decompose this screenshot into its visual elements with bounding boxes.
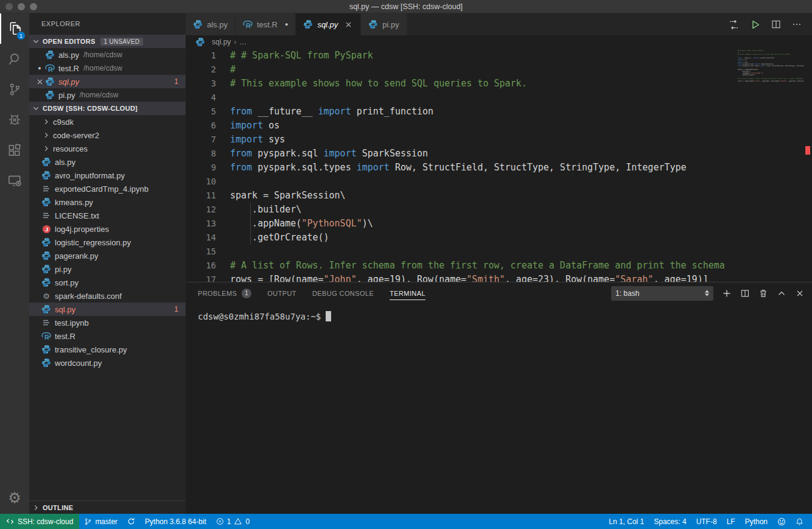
indentation-item[interactable]: Spaces: 4: [649, 514, 691, 529]
error-circle-icon: [216, 517, 224, 525]
tree-item-pagerank.py[interactable]: pagerank.py: [29, 249, 186, 262]
activity-explorer-icon[interactable]: 1: [0, 13, 29, 44]
line-number: 4: [186, 91, 216, 105]
python-interpreter-item[interactable]: Python 3.6.8 64-bit: [140, 514, 211, 529]
open-editor-sql.py[interactable]: sql.py1: [29, 75, 186, 88]
git-branch-item[interactable]: master: [79, 514, 122, 529]
open-editor-pi.py[interactable]: pi.py/home/cdsw: [29, 88, 186, 102]
open-editor-test.R[interactable]: ●Rtest.R/home/cdsw: [29, 61, 186, 75]
tree-item-sql.py[interactable]: sql.py1: [29, 303, 186, 316]
tab-sql.py[interactable]: sql.py: [296, 13, 361, 35]
breadcrumb[interactable]: sql.py › …: [186, 35, 812, 49]
new-terminal-icon[interactable]: [722, 289, 732, 298]
file-name: kmeans.py: [55, 198, 93, 207]
run-python-file-icon[interactable]: [749, 19, 761, 30]
feedback-smiley-icon[interactable]: [772, 514, 791, 529]
python-file-icon: [195, 37, 205, 47]
tab-pi.py[interactable]: pi.py: [361, 13, 407, 35]
language-mode-item[interactable]: Python: [740, 514, 772, 529]
tree-item-log4j.properties[interactable]: Jlog4j.properties: [29, 222, 186, 236]
minimap[interactable]: # # Spark-SQL from PySpark## This exampl…: [738, 50, 803, 82]
tab-als.py[interactable]: als.py: [186, 13, 236, 35]
file-name: avro_inputformat.py: [55, 171, 125, 180]
panel-tab-problems[interactable]: PROBLEMS1: [198, 282, 251, 304]
activity-extensions-icon[interactable]: [0, 135, 29, 166]
line-number: 1: [186, 49, 216, 63]
open-editors-header[interactable]: OPEN EDITORS 1 UNSAVED: [29, 35, 186, 48]
settings-gear-icon[interactable]: ⚙: [8, 491, 21, 505]
notifications-bell-icon[interactable]: [791, 514, 808, 529]
tree-item-pi.py[interactable]: pi.py: [29, 262, 186, 276]
terminal-select[interactable]: 1: bash: [611, 286, 713, 301]
code-line-5: 5from __future__ import print_function: [186, 105, 812, 119]
cursor-position-item[interactable]: Ln 1, Col 1: [604, 514, 649, 529]
activity-debug-icon[interactable]: [0, 105, 29, 135]
overview-ruler[interactable]: [803, 49, 812, 282]
panel-tab-output[interactable]: OUTPUT: [267, 282, 296, 304]
tree-item-spark-defaults.conf[interactable]: ⚙spark-defaults.conf: [29, 289, 186, 303]
tree-item-kmeans.py[interactable]: kmeans.py: [29, 195, 186, 209]
kill-terminal-icon[interactable]: [758, 289, 768, 298]
tree-item-test.ipynb[interactable]: test.ipynb: [29, 316, 186, 329]
tree-item-code-server2[interactable]: code-server2: [29, 128, 186, 142]
branch-label: master: [95, 517, 117, 526]
folder-section-header[interactable]: CDSW [SSH: CDSW-CLOUD]: [29, 102, 186, 115]
outline-section-header[interactable]: OUTLINE: [29, 500, 186, 514]
tree-item-test.R[interactable]: Rtest.R: [29, 329, 186, 343]
svg-text:R: R: [246, 22, 251, 29]
outline-label: OUTLINE: [43, 504, 73, 511]
terminal[interactable]: cdsw@s0zmhi87fa58u7ya:~$: [186, 304, 812, 514]
activity-remote-explorer-icon[interactable]: [0, 166, 29, 196]
remote-indicator[interactable]: SSH: cdsw-cloud: [0, 514, 79, 529]
file-name: als.py: [58, 51, 79, 60]
tree-item-transitive_closure.py[interactable]: transitive_closure.py: [29, 343, 186, 356]
tree-item-avro_inputformat.py[interactable]: avro_inputformat.py: [29, 169, 186, 182]
tree-item-LICENSE.txt[interactable]: LICENSE.txt: [29, 209, 186, 222]
sync-button[interactable]: [122, 514, 140, 529]
line-number: 10: [186, 175, 216, 189]
python-file-icon: [41, 170, 51, 180]
panel-tab-debug-console[interactable]: DEBUG CONSOLE: [312, 282, 374, 304]
split-terminal-icon[interactable]: [740, 289, 750, 298]
line-number: 6: [186, 119, 216, 133]
close-editor-icon[interactable]: [35, 77, 44, 86]
tree-item-resources[interactable]: resources: [29, 142, 186, 155]
tree-item-als.py[interactable]: als.py: [29, 155, 186, 169]
more-actions-icon[interactable]: [791, 19, 802, 30]
problems-status-item[interactable]: 1 0: [211, 514, 254, 529]
tree-item-sort.py[interactable]: sort.py: [29, 276, 186, 289]
r-file-icon: R: [45, 63, 55, 73]
panel-tab-terminal[interactable]: TERMINAL: [390, 282, 425, 304]
breadcrumb-file[interactable]: sql.py: [212, 38, 231, 46]
close-panel-icon[interactable]: [795, 289, 805, 298]
tree-item-c9sdk[interactable]: c9sdk: [29, 115, 186, 128]
interactive-window-icon[interactable]: [728, 19, 740, 30]
activity-source-control-icon[interactable]: [0, 74, 29, 105]
activity-badge: 1: [16, 31, 26, 40]
close-tab-icon[interactable]: [344, 20, 353, 29]
zoom-window-icon[interactable]: [30, 3, 37, 10]
code-line-4: 4: [186, 91, 812, 105]
maximize-panel-icon[interactable]: [777, 289, 786, 298]
code-line-8: 8from pyspark.sql import SparkSession: [186, 147, 812, 161]
file-name: resources: [53, 144, 88, 153]
python-file-icon: [193, 19, 203, 29]
open-editor-als.py[interactable]: als.py/home/cdsw: [29, 48, 186, 61]
activity-search-icon[interactable]: [0, 44, 29, 74]
tree-item-wordcount.py[interactable]: wordcount.py: [29, 356, 186, 370]
tree-item-exportedCardTmp_4.ipynb[interactable]: exportedCardTmp_4.ipynb: [29, 182, 186, 195]
tab-label: als.py: [207, 20, 228, 29]
close-window-icon[interactable]: [5, 3, 13, 10]
minimap-line: from pyspark.sql.types import Row, Struc…: [738, 65, 803, 67]
encoding-item[interactable]: UTF-8: [691, 514, 722, 529]
git-branch-icon: [84, 517, 92, 526]
python-file-icon: [41, 157, 51, 167]
breadcrumb-symbol[interactable]: …: [239, 38, 247, 46]
minimize-window-icon[interactable]: [18, 3, 25, 10]
split-editor-icon[interactable]: [771, 19, 782, 30]
eol-item[interactable]: LF: [722, 514, 740, 529]
indent-guide: [250, 203, 251, 245]
code-editor[interactable]: 1# # Spark-SQL from PySpark2#3# This exa…: [186, 49, 812, 282]
tab-test.R[interactable]: Rtest.R●: [236, 13, 296, 35]
tree-item-logistic_regression.py[interactable]: logistic_regression.py: [29, 236, 186, 249]
